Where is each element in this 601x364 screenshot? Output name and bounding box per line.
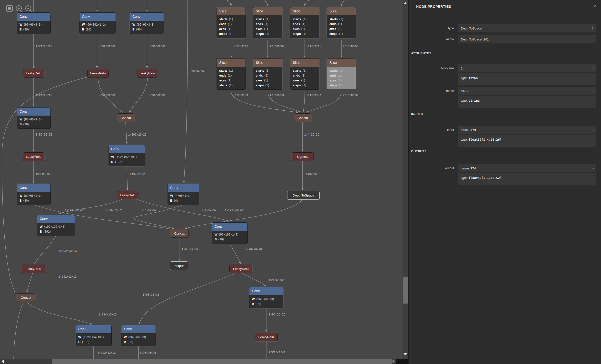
- mode-value[interactable]: CRD -: [458, 87, 596, 95]
- node-concat-1[interactable]: Concat: [117, 113, 134, 122]
- graph-edge: [303, 92, 305, 112]
- scroll-left-icon[interactable]: [1, 360, 4, 363]
- node-leakyrelu-5[interactable]: LeakyRelu: [117, 191, 139, 199]
- node-leakyrelu-6[interactable]: LeakyRelu: [22, 264, 45, 273]
- param-row: axes⟨1⟩: [293, 27, 317, 31]
- node-concat-2[interactable]: Concat: [294, 113, 311, 122]
- param-row: steps⟨1⟩: [219, 83, 243, 88]
- scrollbar-corner: [396, 359, 409, 364]
- node-slice-7[interactable]: Slicestarts⟨1⟩ends⟨1⟩axes⟨1⟩steps⟨1⟩: [290, 58, 319, 90]
- tensor-shape-label: 1×1×26×26: [343, 93, 358, 97]
- node-slice-8[interactable]: Slicestarts⟨1⟩ends⟨1⟩axes⟨1⟩steps⟨1⟩: [327, 58, 356, 90]
- node-params: W⟨80×96×1×1⟩B⟨80⟩: [17, 192, 50, 205]
- blocksize-type: type: int64: [458, 73, 596, 85]
- node-conv-2[interactable]: ConvW⟨96×192×1×1⟩B⟨96⟩: [79, 12, 116, 34]
- param-row: steps⟨1⟩: [293, 83, 317, 88]
- collapse-icon[interactable]: -: [593, 126, 594, 134]
- tensor-shape-label: 1×192×13×13: [59, 275, 77, 278]
- input-type: type: float32[1,4,26,26]: [458, 135, 596, 147]
- node-conv-5[interactable]: ConvW⟨192×192×1×1⟩B⟨192⟩: [109, 145, 145, 166]
- node-leakyrelu-3[interactable]: LeakyRelu: [137, 69, 158, 78]
- node-leakyrelu-2[interactable]: LeakyRelu: [87, 69, 109, 78]
- node-leakyrelu-7[interactable]: LeakyRelu: [230, 264, 252, 273]
- node-title: Conv: [80, 13, 116, 21]
- param-row: steps⟨1⟩: [256, 83, 280, 88]
- param-row: W⟨96×96×3×3⟩: [20, 117, 48, 122]
- node-title: Slice: [290, 7, 319, 15]
- node-slice-3[interactable]: Slicestarts⟨1⟩ends⟨1⟩axes⟨1⟩steps⟨1⟩: [290, 7, 319, 38]
- horizontal-scrollbar-thumb[interactable]: [52, 359, 392, 364]
- node-conv-9[interactable]: ConvW⟨96×192×1×1⟩B⟨96⟩: [212, 222, 248, 244]
- vertical-scrollbar-thumb[interactable]: [403, 277, 408, 303]
- menu-button[interactable]: [6, 5, 13, 12]
- scroll-up-icon[interactable]: [403, 2, 407, 4]
- zoom-out-icon: [25, 5, 32, 12]
- param-row: B⟨96⟩: [132, 27, 161, 32]
- node-params: W⟨96×96×3×3⟩B⟨96⟩: [17, 21, 50, 34]
- param-row: axes⟨1⟩: [293, 78, 317, 83]
- node-slice-5[interactable]: Slicestarts⟨1⟩ends⟨1⟩axes⟨1⟩steps⟨1⟩: [217, 58, 246, 90]
- graph-canvas[interactable]: ConvW⟨96×96×3×3⟩B⟨96⟩ConvW⟨96×192×1×1⟩B⟨…: [0, 0, 402, 359]
- node-conv-12[interactable]: ConvW⟨96×96×3×3⟩B⟨96⟩: [121, 325, 156, 346]
- collapse-icon[interactable]: -: [593, 87, 594, 95]
- blocksize-value[interactable]: 2 -: [458, 64, 596, 72]
- close-icon[interactable]: ×: [591, 3, 598, 9]
- node-leakyrelu-1[interactable]: LeakyRelu: [23, 69, 44, 78]
- node-params: W⟨192×192×1×1⟩B⟨192⟩: [109, 153, 145, 166]
- collapse-icon[interactable]: -: [593, 164, 594, 172]
- node-conv-10[interactable]: ConvW⟨96×96×3×3⟩B⟨96⟩: [249, 287, 283, 308]
- help-icon[interactable]: ?: [592, 24, 593, 32]
- node-output-1[interactable]: output: [170, 261, 188, 270]
- param-row: W⟨96×96×3×3⟩: [124, 335, 153, 340]
- zoom-out-button[interactable]: [25, 5, 32, 12]
- tensor-shape-label: 1×1×26×52: [343, 44, 358, 48]
- zoom-in-button[interactable]: [15, 5, 23, 12]
- graph-edge: [139, 273, 235, 324]
- node-concat-3[interactable]: Concat: [170, 229, 189, 238]
- node-conv-11[interactable]: ConvW⟨192×384×1×1⟩B⟨192⟩: [76, 325, 112, 346]
- node-depthtospace-1[interactable]: DepthToSpace: [287, 191, 320, 200]
- node-conv-3[interactable]: ConvW⟨96×96×3×3⟩B⟨96⟩: [130, 12, 164, 34]
- graph-edge: [230, 244, 241, 263]
- param-row: ends⟨1⟩: [256, 73, 280, 78]
- blocksize-label: blocksize: [412, 66, 454, 70]
- node-leakyrelu-8[interactable]: LeakyRelu: [255, 333, 278, 341]
- param-row: steps⟨1⟩: [219, 31, 243, 36]
- scroll-right-icon[interactable]: [392, 360, 395, 363]
- type-value[interactable]: DepthToSpace ?: [458, 24, 596, 32]
- node-slice-1[interactable]: Slicestarts⟨1⟩ends⟨1⟩axes⟨1⟩steps⟨1⟩: [217, 7, 246, 38]
- node-conv-1[interactable]: ConvW⟨96×96×3×3⟩B⟨96⟩: [17, 12, 51, 34]
- node-properties-panel: NODE PROPERTIES × type DepthToSpace ? na…: [409, 0, 601, 364]
- node-concat-4[interactable]: Concat: [17, 293, 35, 302]
- tensor-shape-label: 1×1×52×52: [201, 209, 216, 212]
- node-slice-2[interactable]: Slicestarts⟨1⟩ends⟨1⟩axes⟨1⟩steps⟨1⟩: [253, 7, 282, 38]
- node-slice-4[interactable]: Slicestarts⟨1⟩ends⟨1⟩axes⟨1⟩steps⟨1⟩: [327, 7, 356, 38]
- vertical-scrollbar[interactable]: [402, 0, 408, 359]
- tensor-shape-label: 1×96×26×26: [269, 278, 285, 282]
- node-title: Conv: [37, 215, 75, 223]
- node-sigmoid-1[interactable]: Sigmoid: [292, 152, 313, 161]
- node-conv-4[interactable]: ConvW⟨96×96×3×3⟩B⟨96⟩: [17, 107, 51, 129]
- graph-edges: [0, 0, 402, 359]
- node-title: Conv: [168, 184, 199, 192]
- output-name[interactable]: name: 774 -: [458, 164, 596, 172]
- node-conv-8[interactable]: ConvW⟨192×192×3×3⟩B⟨192⟩: [37, 214, 75, 236]
- input-name[interactable]: name: 773 -: [458, 126, 596, 134]
- collapse-icon[interactable]: -: [593, 64, 594, 72]
- graph-edge: [26, 302, 92, 324]
- scroll-down-icon[interactable]: [403, 353, 407, 355]
- node-slice-6[interactable]: Slicestarts⟨1⟩ends⟨1⟩axes⟨1⟩steps⟨1⟩: [253, 58, 282, 90]
- panel-title: NODE PROPERTIES: [416, 5, 451, 9]
- param-row: ends⟨1⟩: [329, 22, 353, 27]
- node-leakyrelu-4[interactable]: LeakyRelu: [23, 152, 44, 161]
- node-conv-7[interactable]: ConvW⟨4×96×1×1⟩B⟨4⟩: [168, 183, 200, 205]
- node-title: Slice: [253, 59, 282, 67]
- param-row: ends⟨1⟩: [293, 73, 317, 78]
- name-value[interactable]: DepthToSpace_241: [458, 35, 596, 43]
- param-row: B⟨192⟩: [111, 160, 142, 164]
- tensor-shape-label: 1×96×26×26: [143, 293, 159, 296]
- param-row: steps⟨1⟩: [293, 31, 317, 36]
- node-conv-6[interactable]: ConvW⟨80×96×1×1⟩B⟨80⟩: [17, 183, 51, 205]
- tensor-shape-label: 1×96×26×26: [140, 351, 156, 354]
- param-row: axes⟨1⟩: [219, 78, 243, 83]
